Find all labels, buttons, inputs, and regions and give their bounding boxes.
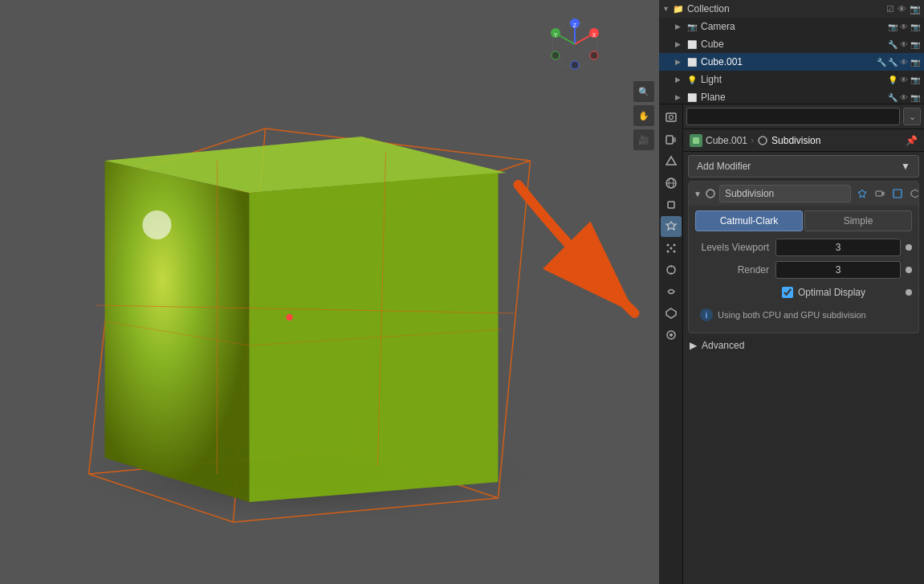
outliner-item-plane[interactable]: ▶ ⬜ Plane 🔧 👁 📷 [659, 88, 924, 104]
camera-extra-icon: 📷 [887, 21, 898, 32]
outliner-collection-header: ▼ 📁 Collection ☑ 👁 📷 [659, 0, 924, 18]
viewport-camera-btn[interactable]: 🎥 [633, 129, 655, 151]
viewport-toolbar: 🔍 ✋ 🎥 [633, 80, 655, 151]
outliner-item-cube001[interactable]: ▶ ⬜ Cube.001 🔧 🔧 👁 📷 [659, 53, 924, 71]
collection-expand-icon[interactable]: ▼ [662, 5, 670, 13]
properties-search-bar: ⌄ [683, 104, 924, 129]
type-simple-button[interactable]: Simple [804, 210, 912, 231]
plane-visibility-icon[interactable]: 👁 [898, 92, 910, 103]
breadcrumb-section-name[interactable]: Subdivision [771, 135, 820, 146]
add-modifier-bar: Add Modifier ▼ [688, 155, 919, 178]
svg-point-45 [673, 251, 675, 253]
prop-icon-physics[interactable] [661, 259, 682, 280]
camera-icon: 📷 [686, 21, 698, 32]
camera-label: Camera [701, 21, 887, 32]
modifier-editmode-icon[interactable] [907, 186, 919, 202]
svg-marker-57 [882, 192, 884, 195]
prop-icon-modifier[interactable] [661, 216, 682, 237]
cube001-render-icon[interactable]: 📷 [910, 56, 921, 67]
svg-rect-53 [693, 137, 699, 144]
prop-icon-particles[interactable] [661, 238, 682, 259]
breadcrumb-section-icon [757, 135, 768, 146]
svg-point-54 [759, 137, 767, 145]
advanced-expand-icon: ▶ [690, 340, 697, 351]
prop-icon-constraints[interactable] [661, 281, 682, 302]
svg-rect-41 [668, 202, 674, 208]
viewport-canvas [0, 0, 659, 584]
svg-rect-33 [666, 136, 673, 144]
light-visibility-icon[interactable]: 👁 [898, 74, 910, 85]
camera-render-icon[interactable]: 📷 [910, 21, 921, 32]
plane-expand: ▶ [675, 93, 685, 101]
add-modifier-button[interactable]: Add Modifier ▼ [688, 155, 919, 178]
svg-marker-59 [911, 190, 919, 198]
cube-visibility-icon[interactable]: 👁 [898, 39, 910, 50]
properties-search-input[interactable] [686, 108, 900, 125]
svg-point-55 [706, 190, 714, 198]
breadcrumb-object-name[interactable]: Cube.001 [706, 135, 747, 146]
svg-point-32 [669, 116, 673, 120]
navigation-gizmo[interactable]: Z X Y [547, 16, 611, 80]
optimal-display-keyframe-dot[interactable] [906, 289, 912, 296]
modifier-action-icons: ▼ [854, 186, 919, 202]
advanced-section[interactable]: ▶ Advanced [683, 337, 924, 354]
levels-viewport-row: Levels Viewport 3 [695, 238, 912, 257]
collection-icon: 📁 [673, 4, 684, 14]
collection-checkbox[interactable]: ☑ [886, 4, 894, 14]
cube001-visibility-icon[interactable]: 👁 [898, 56, 910, 67]
prop-icon-material[interactable] [661, 325, 682, 345]
cube001-expand: ▶ [675, 58, 685, 66]
right-panel: ▼ 📁 Collection ☑ 👁 📷 ▶ 📷 Camera 📷 👁 📷 ▶ … [659, 0, 924, 584]
optimal-display-checkbox[interactable] [782, 287, 793, 298]
levels-viewport-value[interactable]: 3 [775, 239, 901, 256]
render-value[interactable]: 3 [775, 261, 901, 279]
viewport-pan-btn[interactable]: ✋ [633, 104, 655, 127]
svg-point-10 [571, 61, 579, 69]
camera-visibility-icon[interactable]: 👁 [898, 21, 910, 32]
modifier-pin-icon[interactable] [854, 186, 870, 202]
advanced-label: Advanced [702, 340, 744, 351]
prop-icon-object[interactable] [661, 194, 682, 215]
prop-icon-render[interactable] [661, 108, 682, 129]
outliner-item-camera[interactable]: ▶ 📷 Camera 📷 👁 📷 [659, 18, 924, 35]
properties-search-button[interactable]: ⌄ [903, 108, 921, 125]
info-icon: i [700, 308, 713, 321]
svg-point-44 [666, 251, 669, 253]
modifier-camera-icon[interactable] [872, 186, 888, 202]
levels-viewport-keyframe-dot[interactable] [906, 244, 912, 251]
optimal-display-row: Optimal Display [695, 283, 912, 302]
light-expand: ▶ [675, 76, 685, 84]
prop-icon-world[interactable] [661, 173, 682, 194]
prop-icon-output[interactable] [661, 129, 682, 150]
viewport-zoom-btn[interactable]: 🔍 [633, 80, 655, 103]
collection-restrict[interactable]: 📷 [910, 4, 921, 14]
outliner-item-light[interactable]: ▶ 💡 Light 💡 👁 📷 [659, 71, 924, 88]
cube-render-icon[interactable]: 📷 [910, 39, 921, 50]
breadcrumb-separator: › [751, 135, 754, 146]
modifier-name-input[interactable] [719, 185, 851, 202]
outliner-item-cube[interactable]: ▶ ⬜ Cube 🔧 👁 📷 [659, 35, 924, 53]
render-keyframe-dot[interactable] [906, 267, 912, 273]
svg-rect-58 [893, 190, 902, 198]
modifier-viewport-icon[interactable] [889, 186, 906, 202]
prop-icon-data[interactable] [661, 303, 682, 324]
optimal-display-label: Optimal Display [798, 287, 865, 298]
info-row: i Using both CPU and GPU subdivision [695, 305, 912, 325]
cube-icon: ⬜ [686, 39, 698, 50]
collection-visibility[interactable]: 👁 [898, 4, 906, 14]
subdivision-type-selector: Catmull-Clark Simple [695, 210, 912, 231]
prop-icon-scene[interactable] [661, 151, 682, 172]
properties-panel: ⌄ Cube.001 › Subdivision 📌 Add Modifier … [659, 104, 924, 584]
light-render-icon[interactable]: 📷 [910, 74, 921, 85]
cube001-tool-icon: 🔧 [876, 56, 887, 67]
properties-main: ⌄ Cube.001 › Subdivision 📌 Add Modifier … [683, 104, 924, 584]
render-label: Render [695, 264, 775, 276]
type-catmull-clark-button[interactable]: Catmull-Clark [695, 210, 803, 231]
modifier-card-subdivision: ▼ [688, 181, 919, 333]
breadcrumb-pin-icon[interactable]: 📌 [906, 135, 918, 146]
modifier-header: ▼ [689, 182, 918, 206]
plane-render-icon[interactable]: 📷 [910, 92, 921, 103]
viewport[interactable]: Z X Y 🔍 ✋ 🎥 [0, 0, 659, 584]
light-icon: 💡 [686, 74, 698, 85]
modifier-collapse-button[interactable]: ▼ [694, 190, 702, 198]
